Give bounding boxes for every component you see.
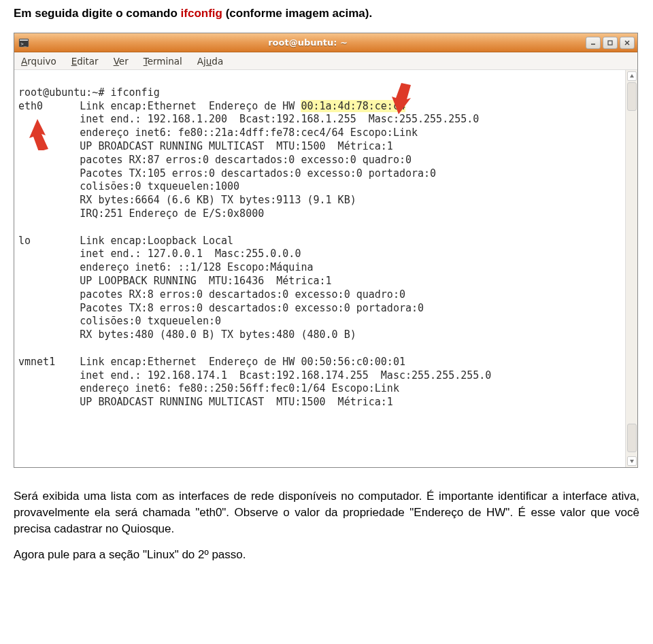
menu-terminal[interactable]: Terminal	[141, 54, 185, 68]
intro-paragraph: Em seguida digite o comando ifconfig (co…	[14, 7, 639, 20]
menu-ver[interactable]: Ver	[111, 54, 131, 68]
ifconfig-command: ifconfig	[181, 7, 222, 20]
menu-arquivo[interactable]: Arquivo	[18, 54, 59, 68]
iface-vmnet1: vmnet1	[18, 356, 55, 368]
arrow-annotation-left	[22, 92, 71, 177]
svg-rect-4	[608, 41, 612, 45]
menu-ajuda[interactable]: Ajuda	[195, 54, 226, 68]
outro-paragraph-1: Será exibida uma lista com as interfaces…	[14, 488, 639, 537]
scroll-thumb[interactable]	[627, 424, 637, 452]
terminal-window: >_ root@ubuntu: ~ Arquivo Editar Ver Ter…	[14, 33, 638, 468]
window-titlebar: >_ root@ubuntu: ~	[14, 33, 637, 52]
iface-lo: lo	[18, 235, 31, 247]
maximize-button[interactable]	[603, 37, 618, 49]
vertical-scrollbar[interactable]	[625, 70, 637, 467]
window-title: root@ubuntu: ~	[30, 37, 586, 48]
svg-marker-7	[392, 83, 411, 114]
intro-prefix: Em seguida digite o comando	[14, 7, 181, 20]
terminal-icon: >_	[18, 37, 30, 49]
scroll-thumb[interactable]	[627, 82, 637, 111]
scroll-down-button[interactable]	[627, 456, 637, 466]
arrow-annotation-top	[392, 56, 441, 141]
terminal-output[interactable]: root@ubuntu:~# ifconfig eth0 Link encap:…	[14, 70, 625, 467]
terminal-body: root@ubuntu:~# ifconfig eth0 Link encap:…	[14, 70, 637, 467]
scroll-up-button[interactable]	[627, 71, 637, 81]
svg-marker-8	[29, 119, 48, 150]
intro-suffix: (conforme imagem acima).	[222, 7, 372, 20]
window-controls	[586, 37, 635, 49]
svg-marker-9	[630, 74, 634, 78]
menubar: Arquivo Editar Ver Terminal Ajuda	[14, 52, 637, 70]
outro-section: Será exibida uma lista com as interfaces…	[14, 488, 639, 562]
minimize-button[interactable]	[586, 37, 601, 49]
close-button[interactable]	[620, 37, 635, 49]
hw-address-highlight: 00:1a:4d:78:ce:c4	[301, 100, 405, 112]
svg-text:>_: >_	[21, 41, 27, 47]
svg-rect-1	[20, 39, 28, 41]
svg-marker-10	[630, 460, 634, 463]
outro-paragraph-2: Agora pule para a seção "Linux" do 2º pa…	[14, 547, 639, 563]
menu-editar[interactable]: Editar	[69, 54, 101, 68]
scroll-track[interactable]	[627, 82, 637, 455]
